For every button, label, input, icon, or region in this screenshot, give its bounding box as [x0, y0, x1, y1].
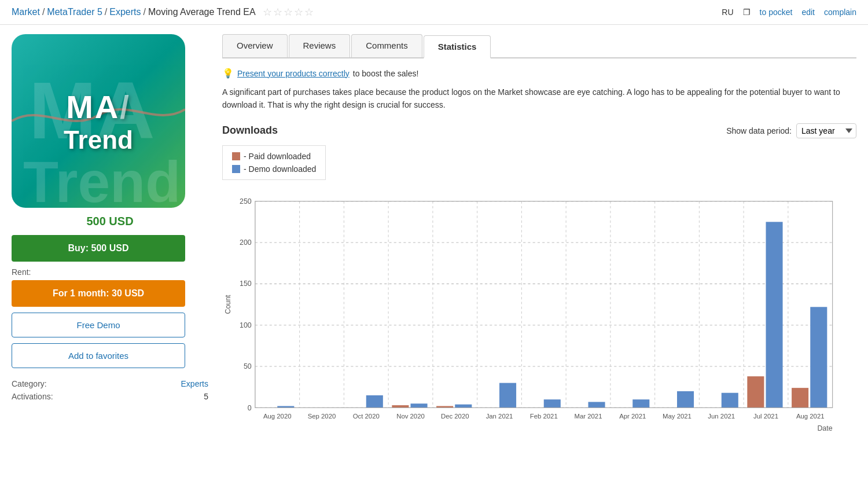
- svg-rect-37: [589, 402, 605, 407]
- breadcrumb-experts[interactable]: Experts: [109, 7, 141, 17]
- right-content: Overview Reviews Comments Statistics 💡 P…: [222, 34, 856, 440]
- svg-rect-31: [499, 383, 516, 407]
- breadcrumb: Market / MetaTrader 5 / Experts / Moving…: [0, 0, 868, 25]
- svg-rect-54: [810, 307, 827, 407]
- meta-info: Category: Experts Activations: 5: [12, 377, 208, 403]
- svg-rect-43: [677, 391, 694, 408]
- sep1: /: [42, 7, 45, 17]
- period-selector: Show data period: Last year Last month A…: [726, 123, 856, 138]
- star-4[interactable]: ☆: [294, 6, 303, 19]
- legend-paid: - Paid downloaded: [232, 152, 316, 161]
- category-row: Category: Experts: [12, 377, 208, 390]
- downloads-chart: 050100150200250CountAug 2020Sep 2020Oct …: [222, 189, 856, 440]
- rent-amount: 30 USD: [112, 288, 144, 298]
- complain-link[interactable]: complain: [824, 8, 856, 17]
- breadcrumb-current: Moving Average Trend EA: [148, 7, 256, 17]
- add-favorites-button[interactable]: Add to favorites: [12, 343, 185, 368]
- svg-text:200: 200: [240, 238, 252, 247]
- demo-swatch: [232, 165, 240, 173]
- promo-link[interactable]: Present your products correctly: [237, 69, 350, 78]
- tab-comments[interactable]: Comments: [351, 34, 422, 57]
- tab-overview[interactable]: Overview: [222, 34, 288, 57]
- bulb-icon: 💡: [222, 68, 234, 79]
- svg-text:250: 250: [240, 197, 252, 205]
- legend-demo: - Demo downloaded: [232, 164, 316, 174]
- demo-label: - Demo downloaded: [244, 164, 316, 174]
- svg-text:Nov 2020: Nov 2020: [396, 413, 425, 420]
- period-label: Show data period:: [726, 126, 792, 135]
- breadcrumb-market[interactable]: Market: [12, 7, 40, 17]
- svg-text:Jun 2021: Jun 2021: [708, 413, 735, 420]
- activations-value: 5: [204, 392, 208, 401]
- svg-text:100: 100: [240, 321, 252, 329]
- share-icon[interactable]: ❐: [743, 8, 751, 17]
- promo-suffix: to boost the sales!: [353, 69, 419, 78]
- svg-text:Feb 2021: Feb 2021: [530, 413, 558, 420]
- svg-text:May 2021: May 2021: [663, 413, 692, 420]
- svg-text:Dec 2020: Dec 2020: [441, 413, 469, 420]
- main-layout: MA Trend MA/ Trend 500 USD Buy: 500 USD …: [0, 25, 868, 450]
- svg-text:Mar 2021: Mar 2021: [575, 413, 602, 420]
- buy-button[interactable]: Buy: 500 USD: [12, 235, 185, 262]
- star-rating[interactable]: ☆ ☆ ☆ ☆ ☆: [263, 6, 314, 19]
- svg-rect-2: [255, 201, 833, 407]
- sep3: /: [144, 7, 146, 17]
- svg-text:Date: Date: [817, 424, 832, 432]
- promo-bar: 💡 Present your products correctly to boo…: [222, 68, 856, 79]
- star-5[interactable]: ☆: [304, 6, 314, 19]
- activations-row: Activations: 5: [12, 390, 208, 403]
- downloads-title: Downloads: [222, 124, 278, 137]
- rent-prefix: For 1 month:: [53, 288, 112, 298]
- svg-text:Aug 2021: Aug 2021: [796, 413, 825, 420]
- star-3[interactable]: ☆: [284, 6, 293, 19]
- svg-text:Oct 2020: Oct 2020: [353, 413, 380, 420]
- product-image: MA Trend MA/ Trend: [12, 34, 185, 208]
- svg-rect-49: [747, 376, 764, 407]
- rent-button[interactable]: For 1 month: 30 USD: [12, 280, 185, 307]
- category-label: Category:: [12, 379, 47, 388]
- star-1[interactable]: ☆: [263, 6, 272, 19]
- tab-reviews[interactable]: Reviews: [289, 34, 351, 57]
- svg-text:Trend: Trend: [23, 149, 181, 208]
- svg-text:Jul 2021: Jul 2021: [753, 413, 778, 420]
- sep2: /: [105, 7, 107, 17]
- svg-rect-20: [366, 395, 383, 407]
- svg-rect-50: [766, 222, 783, 407]
- svg-rect-23: [392, 405, 409, 407]
- rent-label: Rent:: [12, 267, 208, 277]
- chart-container: 050100150200250CountAug 2020Sep 2020Oct …: [222, 189, 856, 440]
- free-demo-button[interactable]: Free Demo: [12, 313, 185, 337]
- activations-label: Activations:: [12, 392, 53, 401]
- product-image-trend: Trend: [64, 126, 133, 155]
- svg-text:Sep 2020: Sep 2020: [308, 413, 336, 420]
- lang-switch[interactable]: RU: [722, 8, 733, 17]
- svg-rect-40: [632, 399, 649, 407]
- category-value[interactable]: Experts: [181, 379, 208, 388]
- breadcrumb-right: RU ❐ to pocket edit complain: [722, 8, 856, 17]
- period-select[interactable]: Last year Last month All time: [796, 123, 856, 138]
- svg-text:150: 150: [240, 280, 252, 288]
- svg-rect-34: [544, 399, 561, 407]
- price-display: 500 USD: [12, 215, 208, 228]
- tab-statistics[interactable]: Statistics: [424, 35, 491, 58]
- svg-text:Apr 2021: Apr 2021: [619, 413, 646, 420]
- svg-rect-24: [411, 403, 428, 407]
- svg-rect-28: [455, 404, 472, 407]
- to-pocket-link[interactable]: to pocket: [760, 8, 793, 17]
- downloads-header: Downloads Show data period: Last year La…: [222, 123, 856, 138]
- svg-text:Aug 2020: Aug 2020: [263, 413, 292, 420]
- edit-link[interactable]: edit: [801, 8, 815, 17]
- star-2[interactable]: ☆: [273, 6, 282, 19]
- breadcrumb-mt5[interactable]: MetaTrader 5: [47, 7, 102, 17]
- breadcrumb-left: Market / MetaTrader 5 / Experts / Moving…: [12, 6, 314, 19]
- product-image-slash: /: [120, 89, 131, 125]
- paid-swatch: [232, 152, 240, 160]
- tabs: Overview Reviews Comments Statistics: [222, 34, 856, 58]
- legend: - Paid downloaded - Demo downloaded: [222, 145, 326, 180]
- paid-label: - Paid downloaded: [244, 152, 311, 161]
- svg-text:50: 50: [244, 362, 252, 370]
- svg-text:0: 0: [248, 403, 252, 412]
- svg-text:Count: Count: [224, 295, 232, 314]
- svg-text:Jan 2021: Jan 2021: [486, 413, 513, 420]
- product-image-ma: MA: [66, 89, 120, 125]
